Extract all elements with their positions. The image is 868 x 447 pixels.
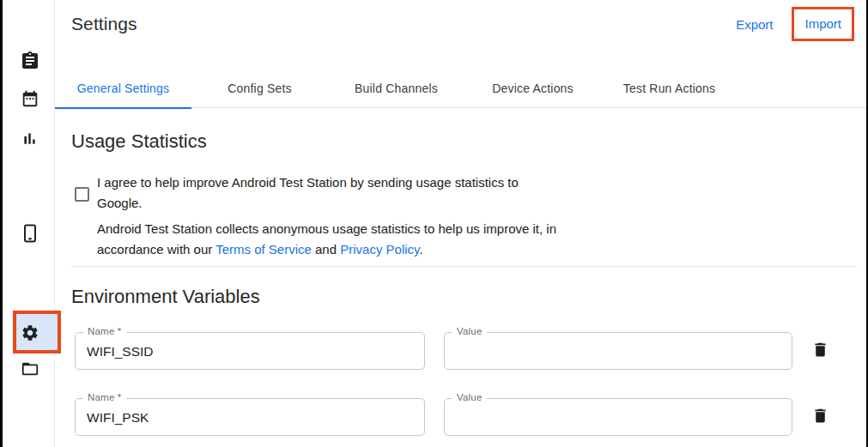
- sidebar-item-devices[interactable]: [5, 219, 54, 248]
- delete-env-var-button[interactable]: [810, 341, 830, 361]
- env-name-input[interactable]: [76, 333, 424, 369]
- tab-device-actions[interactable]: Device Actions: [464, 68, 601, 108]
- env-name-field-label: Name *: [83, 392, 126, 402]
- usage-agree-label: I agree to help improve Android Test Sta…: [97, 172, 519, 214]
- section-divider: [71, 266, 857, 267]
- export-button[interactable]: Export: [736, 17, 773, 32]
- env-var-row: Name * Value: [3, 332, 868, 370]
- env-value-input[interactable]: [445, 399, 792, 435]
- env-name-field-label: Name *: [83, 326, 126, 336]
- tab-bar: General Settings Config Sets Build Chann…: [55, 68, 868, 108]
- sidebar-item-settings[interactable]: [5, 318, 54, 347]
- info-text-segment: accordance with our: [97, 242, 215, 257]
- env-value-input[interactable]: [445, 333, 792, 369]
- privacy-policy-link[interactable]: Privacy Policy: [340, 242, 419, 257]
- sidebar-item-test-runs[interactable]: [5, 46, 54, 76]
- assignment-icon: [20, 51, 40, 71]
- usage-info-line-2: accordance with our Terms of Service and…: [97, 239, 556, 260]
- highlight-box-import: Import: [792, 7, 854, 41]
- environment-variables-heading: Environment Variables: [71, 286, 260, 308]
- tab-config-sets[interactable]: Config Sets: [191, 68, 328, 108]
- usage-agree-line-2: Google.: [97, 193, 519, 214]
- bar-chart-icon: [21, 130, 39, 148]
- env-name-input[interactable]: [76, 399, 424, 435]
- import-button[interactable]: Import: [804, 16, 841, 31]
- sidebar-item-test-plans[interactable]: [5, 84, 54, 113]
- env-value-field-wrapper: Value: [444, 398, 792, 436]
- env-value-field-label: Value: [452, 392, 487, 402]
- usage-info-line-1: Android Test Station collects anonymous …: [97, 219, 556, 239]
- page-title: Settings: [71, 14, 137, 34]
- tab-general-settings[interactable]: General Settings: [55, 68, 191, 108]
- gear-icon: [21, 323, 39, 342]
- env-name-field-wrapper: Name *: [75, 332, 425, 370]
- env-value-field-wrapper: Value: [444, 332, 792, 370]
- trash-icon: [811, 407, 829, 427]
- tab-test-run-actions[interactable]: Test Run Actions: [601, 68, 737, 108]
- sidebar: [5, 0, 55, 447]
- tab-build-channels[interactable]: Build Channels: [328, 68, 464, 108]
- sidebar-item-reports[interactable]: [5, 124, 54, 153]
- usage-statistics-checkbox[interactable]: [75, 187, 89, 202]
- env-value-field-label: Value: [452, 326, 487, 336]
- env-name-field-wrapper: Name *: [75, 398, 425, 436]
- env-var-row: Name * Value: [3, 398, 868, 436]
- app-window: Settings Export Import General Settings …: [0, 0, 868, 447]
- smartphone-icon: [20, 223, 40, 244]
- info-text-segment: .: [419, 242, 422, 257]
- trash-icon: [811, 341, 829, 361]
- usage-agree-line-1: I agree to help improve Android Test Sta…: [97, 172, 519, 193]
- usage-statistics-heading: Usage Statistics: [71, 130, 207, 153]
- info-text-segment: and: [312, 242, 340, 257]
- terms-of-service-link[interactable]: Terms of Service: [215, 242, 312, 257]
- calendar-icon: [21, 89, 39, 108]
- delete-env-var-button[interactable]: [810, 407, 830, 427]
- usage-info-text: Android Test Station collects anonymous …: [97, 219, 556, 260]
- header-actions: Export Import: [736, 7, 854, 41]
